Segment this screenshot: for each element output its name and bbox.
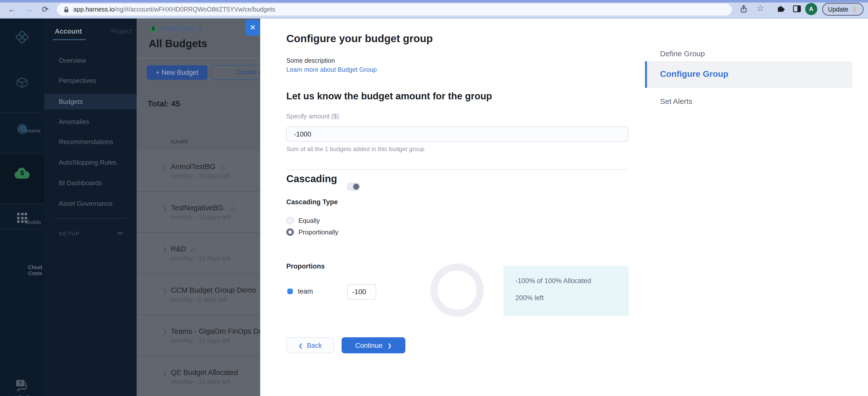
chevron-right-icon: ❯: [388, 342, 392, 348]
row-expand-chevron-icon[interactable]: ❯: [162, 164, 167, 171]
help-label: HELP: [0, 394, 44, 396]
new-budget-button[interactable]: + New Budget: [147, 65, 208, 80]
proportions-label: Proportions: [286, 263, 325, 270]
breadcrumb-separator: ❯: [198, 26, 202, 31]
browser-back-button[interactable]: ←: [6, 3, 18, 15]
browser-avatar[interactable]: A: [805, 3, 817, 15]
help-chat-icon: ?: [14, 379, 30, 392]
row-expand-chevron-icon[interactable]: ❯: [162, 328, 167, 336]
cloud-costs-breadcrumb-icon: $: [149, 25, 158, 32]
module-picker-button[interactable]: [0, 208, 44, 223]
budget-meta: monthly - 10 days left: [171, 173, 230, 180]
row-expand-chevron-icon[interactable]: ❯: [162, 287, 167, 295]
sidebar-item-projects[interactable]: Projects: [0, 76, 44, 89]
radio-equally[interactable]: Equally: [286, 217, 320, 224]
team-color-swatch: [287, 289, 293, 294]
extensions-puzzle-icon[interactable]: [777, 4, 785, 13]
step-define-group[interactable]: Define Group: [660, 49, 705, 58]
proportion-entry-name: team: [298, 288, 313, 295]
budget-name: AnmolTestBG: [171, 163, 215, 171]
proportion-entry: team: [287, 288, 313, 295]
allocation-donut-chart: [431, 264, 484, 317]
budget-meta: monthly - 10 days left: [171, 378, 230, 386]
learn-more-link[interactable]: Learn more about Budget Group: [286, 66, 377, 73]
chrome-update-button[interactable]: Update ⋮: [822, 3, 864, 15]
radio-off-icon: [286, 217, 294, 224]
budget-group-tree-icon: [189, 245, 197, 253]
update-label: Update: [828, 6, 848, 13]
radio-on-icon: [286, 228, 294, 236]
browser-reload-button[interactable]: ⟳: [39, 3, 51, 15]
address-bar[interactable]: app.harness.io/ng/#/account/wFHXHD0RRQWo…: [57, 3, 732, 15]
section-divider: [286, 169, 627, 170]
sidebar-item-perspectives[interactable]: Perspectives: [44, 73, 136, 88]
row-expand-chevron-icon[interactable]: ❯: [162, 369, 167, 377]
total-count: Total: 45: [148, 99, 180, 108]
sidebar-item-cloud-costs[interactable]: $ Cloud Costs: [0, 167, 44, 180]
cascading-toggle[interactable]: [347, 183, 360, 191]
setup-section-toggle[interactable]: SETUP ❯: [44, 228, 136, 240]
browser-toolbar: ← → ⟳ app.harness.io/ng/#/account/wFHXHD…: [0, 0, 868, 19]
modal-title: Configure your budget group: [286, 33, 433, 45]
help-button[interactable]: ? HELP: [0, 379, 44, 396]
sidebar-item-anomalies[interactable]: Anomalies: [44, 114, 136, 130]
row-expand-chevron-icon[interactable]: ❯: [162, 246, 167, 254]
budget-meta: monthly - 10 days left: [171, 214, 230, 221]
chevron-down-icon: ❯: [118, 231, 123, 235]
modal-close-button[interactable]: ✕: [245, 20, 260, 36]
browser-forward-button[interactable]: →: [23, 3, 35, 15]
svg-text:?: ?: [19, 381, 22, 386]
projects-cube-icon: [16, 76, 29, 89]
back-label: Back: [307, 341, 322, 349]
nav-sidebar: Account Project Overview Perspectives Bu…: [44, 19, 136, 396]
sidebar-divider: [0, 203, 44, 204]
lock-icon: [63, 6, 69, 13]
nav-divider: [53, 218, 128, 219]
budget-group-tree-icon: [229, 204, 237, 212]
cascading-type-label: Cascading Type: [286, 198, 338, 206]
sidebar-item-home[interactable]: Home: [0, 31, 44, 44]
active-tab-underline: [53, 39, 86, 40]
amount-label: Specify amount ($): [286, 113, 339, 120]
module-sidebar: Home Projects Builds $ Cloud Costs: [0, 19, 44, 396]
setup-label: SETUP: [59, 230, 80, 236]
sidebar-divider: [0, 112, 44, 113]
left-text: 200% left: [516, 294, 544, 302]
radio-label: Proportionally: [299, 228, 338, 236]
tab-account[interactable]: Account: [55, 28, 82, 35]
sidebar-item-builds[interactable]: Builds: [0, 122, 44, 136]
sidebar-item-budgets[interactable]: Budgets: [44, 94, 136, 109]
sidebar-divider: [0, 153, 44, 154]
amount-helper-text: Sum of all the 1 budgets added in this b…: [286, 145, 425, 153]
sidebar-item-bi-dashboards[interactable]: BI Dashboards: [44, 175, 136, 191]
sidebar-item-overview[interactable]: Overview: [44, 53, 136, 68]
app-viewport: Home Projects Builds $ Cloud Costs: [0, 19, 868, 396]
amount-input[interactable]: [286, 127, 628, 141]
breadcrumb[interactable]: $ Cloud Costs ❯: [149, 25, 202, 32]
url-text: app.harness.io/ng/#/account/wFHXHD0RRQWo…: [73, 6, 275, 13]
row-expand-chevron-icon[interactable]: ❯: [162, 205, 167, 212]
share-icon[interactable]: [739, 4, 748, 13]
continue-label: Continue: [355, 341, 382, 349]
bookmark-star-icon[interactable]: ☆: [756, 3, 764, 13]
sidebar-item-recommendations[interactable]: Recommendations: [44, 134, 136, 150]
home-icon: [16, 31, 29, 44]
budget-meta: monthly - 10 days left: [171, 255, 230, 262]
sidebar-item-asset-governance[interactable]: Asset Governance: [44, 196, 136, 211]
sidebar-item-label: Cloud Costs: [26, 264, 44, 276]
back-button[interactable]: ❮ Back: [286, 337, 334, 353]
radio-proportionally[interactable]: Proportionally: [286, 228, 338, 236]
continue-button[interactable]: Continue ❯: [342, 337, 405, 353]
url-domain: app.harness.io: [73, 6, 115, 13]
cloud-costs-icon: $: [13, 167, 31, 180]
proportion-value-input[interactable]: -100: [347, 284, 376, 300]
side-panel-icon[interactable]: [793, 4, 801, 13]
budget-name: R&D: [171, 245, 186, 253]
step-configure-group[interactable]: Configure Group: [645, 61, 852, 88]
budget-name: CCM Budget Group Demo: [171, 286, 256, 294]
tab-project[interactable]: Project: [111, 28, 132, 35]
step-set-alerts[interactable]: Set Alerts: [660, 97, 692, 105]
amount-section-heading: Let us know the budget amount for the gr…: [286, 91, 492, 102]
breadcrumb-label: Cloud Costs: [161, 25, 195, 32]
sidebar-item-autostopping-rules[interactable]: AutoStopping Rules: [44, 155, 136, 170]
